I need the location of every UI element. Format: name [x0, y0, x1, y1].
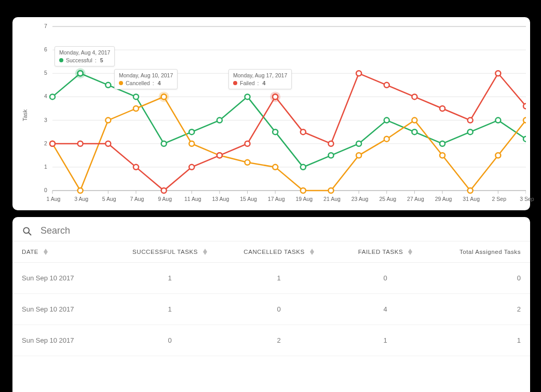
tooltip-value: 4	[263, 79, 266, 87]
y-tick-label: 7	[44, 23, 47, 29]
cell-failed: 1	[333, 336, 437, 344]
x-tick-label: 15 Aug	[238, 196, 259, 202]
tooltip-date: Monday, Aug 4, 2017	[59, 49, 110, 57]
tooltip-cancelled: Monday, Aug 10, 2017 Cancelled: 4	[114, 69, 178, 89]
sort-icon[interactable]	[203, 249, 207, 255]
tooltip-dot-icon	[233, 81, 237, 85]
x-tick-label: 3 Aug	[71, 196, 92, 202]
cell-date: Sun Sep 10 2017	[22, 305, 115, 313]
search-bar[interactable]	[12, 217, 530, 241]
x-tick-label: 21 Aug	[321, 196, 342, 202]
cell-successful: 1	[115, 305, 224, 313]
tooltip-series: Successful	[66, 57, 92, 64]
chart-inner: Task Monday, Aug 4, 2017 Successful: 5 M…	[26, 24, 526, 206]
x-tick-label: 27 Aug	[405, 196, 426, 202]
x-tick-label: 17 Aug	[266, 196, 287, 202]
cell-date: Sun Sep 10 2017	[22, 274, 115, 282]
x-tick-label: 31 Aug	[461, 196, 482, 202]
svg-line-88	[29, 232, 31, 235]
svg-point-56	[356, 153, 361, 158]
y-axis-label: Task	[22, 110, 28, 121]
svg-point-40	[412, 129, 417, 134]
svg-point-84	[161, 94, 167, 99]
svg-point-44	[523, 137, 526, 142]
svg-marker-92	[203, 252, 207, 255]
svg-point-69	[217, 153, 222, 158]
svg-point-82	[78, 71, 83, 76]
search-icon[interactable]	[22, 226, 32, 236]
cell-successful: 0	[115, 336, 224, 344]
column-successful[interactable]: SUCCESSFUL TASKS	[115, 249, 224, 255]
svg-point-60	[468, 188, 473, 193]
chart-svg	[43, 24, 526, 206]
x-tick-label: 7 Aug	[127, 196, 147, 202]
svg-point-72	[301, 129, 306, 134]
svg-point-48	[133, 106, 139, 111]
column-failed[interactable]: FAILED TASKS	[333, 249, 437, 255]
tooltip-value: 4	[158, 79, 161, 87]
cell-failed: 0	[333, 274, 437, 282]
data-table: DATE SUCCESSFUL TASKS CANCELLED TASKS	[12, 241, 530, 356]
svg-point-64	[78, 141, 83, 146]
svg-point-65	[105, 141, 111, 146]
column-date-label: DATE	[22, 249, 38, 255]
x-tick-label: 2 Sep	[489, 196, 509, 202]
svg-point-55	[328, 188, 333, 193]
svg-point-29	[105, 83, 111, 88]
svg-point-57	[384, 137, 389, 142]
cell-cancelled: 0	[224, 305, 333, 313]
svg-point-37	[328, 153, 333, 158]
cell-successful: 1	[115, 274, 224, 282]
x-tick-label: 11 Aug	[182, 196, 203, 202]
sort-icon[interactable]	[408, 249, 412, 255]
svg-point-77	[440, 106, 445, 111]
sort-icon[interactable]	[44, 249, 48, 255]
table-row[interactable]: Sun Sep 10 2017 0 2 1 1	[12, 325, 530, 356]
chart-plot-area[interactable]: Monday, Aug 4, 2017 Successful: 5 Monday…	[43, 24, 526, 206]
svg-point-86	[273, 94, 278, 99]
cell-failed: 4	[333, 305, 437, 313]
column-date[interactable]: DATE	[22, 249, 115, 255]
sort-icon[interactable]	[310, 249, 314, 255]
cell-cancelled: 1	[224, 274, 333, 282]
table-row[interactable]: Sun Sep 10 2017 1 1 0 0	[12, 263, 530, 294]
svg-point-32	[189, 129, 194, 134]
svg-point-54	[301, 188, 306, 193]
tooltip-date: Monday, Aug 10, 2017	[119, 72, 173, 79]
svg-point-31	[161, 141, 167, 146]
svg-marker-94	[310, 252, 314, 255]
svg-point-53	[273, 165, 278, 170]
svg-point-41	[440, 141, 445, 146]
y-tick-label: 2	[44, 140, 47, 146]
column-cancelled[interactable]: CANCELLED TASKS	[224, 249, 333, 255]
x-tick-label: 3 Sep	[517, 196, 537, 202]
y-tick-label: 1	[44, 164, 47, 170]
y-tick-label: 6	[44, 46, 47, 52]
svg-point-47	[105, 118, 111, 123]
x-tick-label: 9 Aug	[155, 196, 175, 202]
search-input[interactable]	[39, 225, 197, 237]
svg-point-63	[50, 141, 55, 146]
svg-point-73	[328, 141, 333, 146]
x-tick-label: 13 Aug	[210, 196, 231, 202]
svg-point-74	[356, 71, 361, 76]
svg-point-46	[78, 188, 83, 193]
svg-point-67	[161, 188, 167, 193]
tooltip-successful: Monday, Aug 4, 2017 Successful: 5	[55, 46, 115, 66]
column-total: Total Assigned Tasks	[437, 249, 521, 255]
svg-point-75	[384, 83, 389, 88]
svg-marker-90	[44, 252, 48, 255]
y-tick-label: 4	[44, 93, 47, 99]
column-successful-label: SUCCESSFUL TASKS	[132, 249, 198, 255]
tooltip-failed: Monday, Aug 17, 2017 Failed: 4	[228, 69, 292, 89]
svg-marker-96	[408, 252, 412, 255]
svg-point-52	[245, 160, 250, 165]
y-tick-label: 0	[44, 187, 47, 193]
svg-point-34	[245, 94, 250, 99]
x-tick-label: 25 Aug	[377, 196, 398, 202]
cell-total: 1	[437, 336, 521, 344]
svg-point-79	[495, 71, 501, 76]
y-tick-label: 5	[44, 70, 47, 76]
svg-point-33	[217, 118, 222, 123]
table-row[interactable]: Sun Sep 10 2017 1 0 4 2	[12, 294, 530, 325]
